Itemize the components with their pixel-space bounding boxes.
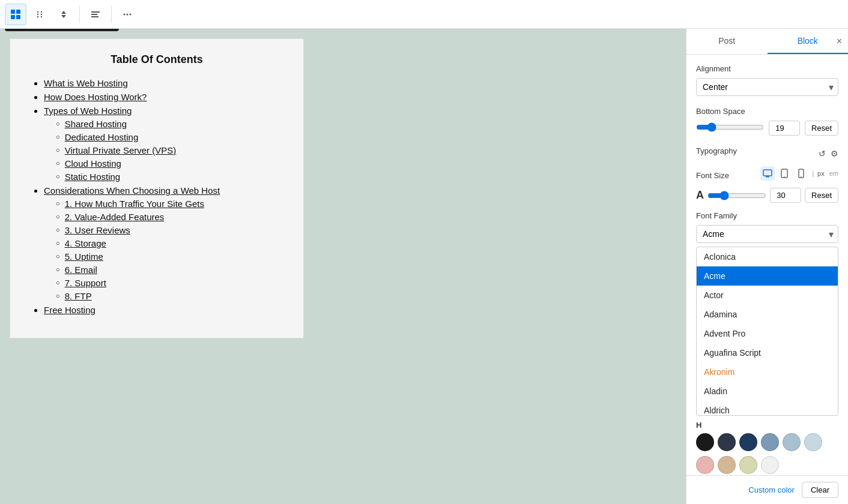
font-size-a-icon: A: [696, 189, 704, 202]
svg-rect-1: [16, 10, 20, 14]
toc-link-support[interactable]: 7. Support: [65, 278, 106, 288]
font-family-select[interactable]: Acme: [696, 225, 838, 243]
toc-link-free-hosting[interactable]: Free Hosting: [44, 305, 95, 315]
sidebar-panel: Post Block × Alignment Left Center Right…: [686, 29, 848, 504]
toc-link-cloud-hosting[interactable]: Cloud Hosting: [65, 158, 121, 169]
list-item: Static Hosting: [56, 172, 284, 182]
list-item: 7. Support: [56, 278, 284, 288]
font-list-item-acme[interactable]: Acme: [697, 266, 838, 286]
block-icon-button[interactable]: [5, 4, 26, 25]
px-unit[interactable]: px: [817, 170, 825, 177]
more-options-button[interactable]: [117, 4, 138, 25]
panel-body: Alignment Left Center Right Bottom Space: [686, 55, 848, 475]
drag-icon: [35, 10, 44, 19]
move-up-down-button[interactable]: [53, 4, 74, 25]
list-item: Free Hosting: [44, 305, 284, 315]
font-list-item-aldrich[interactable]: Aldrich: [697, 401, 838, 415]
font-size-devices: | px em: [760, 166, 838, 181]
font-list[interactable]: Aclonica Acme Actor Adamina Advent Pro A…: [697, 247, 838, 415]
font-family-label: Font Family: [696, 211, 838, 220]
toc-sublist-types: Shared Hosting Dedicated Hosting Virtual…: [44, 119, 284, 182]
toolbar-divider-2: [111, 6, 112, 23]
clear-button[interactable]: Clear: [802, 482, 838, 498]
swatch-pale-yellow[interactable]: [739, 456, 757, 474]
swatch-black[interactable]: [696, 433, 714, 451]
toc-link-features[interactable]: 2. Value-Added Features: [65, 212, 165, 222]
font-list-item-akronim[interactable]: Akronim: [697, 362, 838, 382]
font-list-item-adamina[interactable]: Adamina: [697, 305, 838, 324]
custom-color-link[interactable]: Custom color: [748, 485, 795, 494]
toc-link-dedicated-hosting[interactable]: Dedicated Hosting: [65, 132, 139, 142]
swatch-medium-blue[interactable]: [761, 433, 779, 451]
svg-point-7: [41, 11, 42, 12]
tab-post[interactable]: Post: [686, 29, 768, 54]
panel-close-button[interactable]: ×: [837, 36, 842, 47]
font-list-item-aclonica[interactable]: Aclonica: [697, 247, 838, 266]
svg-rect-3: [16, 15, 20, 19]
list-item: Considerations When Choosing a Web Host …: [44, 185, 284, 301]
toc-link-ftp[interactable]: 8. FTP: [65, 291, 92, 301]
toc-link-reviews[interactable]: 3. User Reviews: [65, 225, 130, 235]
font-size-input[interactable]: [770, 188, 801, 203]
toc-link-storage[interactable]: 4. Storage: [65, 238, 106, 248]
alignment-select-wrap: Left Center Right: [696, 78, 838, 96]
list-item: 6. Email: [56, 265, 284, 275]
align-button[interactable]: [85, 4, 106, 25]
toc-link-static-hosting[interactable]: Static Hosting: [65, 172, 121, 182]
typography-section: Typography ↺ ⚙ Font Size: [696, 146, 838, 474]
toc-link-how-does-hosting-work[interactable]: How Does Hosting Work?: [44, 92, 147, 102]
top-toolbar: [0, 0, 848, 29]
svg-rect-10: [91, 11, 100, 13]
alignment-label: Alignment: [696, 64, 838, 73]
font-list-item-aguafina[interactable]: Aguafina Script: [697, 343, 838, 362]
list-item: Cloud Hosting: [56, 158, 284, 169]
toc-link-email[interactable]: 6. Email: [65, 265, 97, 275]
typography-label: Typography: [696, 146, 737, 155]
drag-handle-button[interactable]: [29, 4, 50, 25]
toc-link-vps[interactable]: Virtual Private Server (VPS): [65, 145, 177, 155]
main-area: Table Of Contents What is Web Hosting Ho…: [0, 29, 848, 504]
swatch-light-blue[interactable]: [783, 433, 801, 451]
font-size-label: Font Size: [696, 171, 729, 180]
em-unit[interactable]: em: [829, 170, 838, 177]
typography-settings-icon[interactable]: ⚙: [831, 149, 838, 158]
alignment-section: Alignment Left Center Right: [696, 64, 838, 96]
font-list-item-actor[interactable]: Actor: [697, 286, 838, 305]
swatch-tan[interactable]: [718, 456, 736, 474]
move-vertical-icon: [59, 10, 68, 19]
font-list-item-advent-pro[interactable]: Advent Pro: [697, 324, 838, 343]
toc-title: Table Of Contents: [29, 53, 284, 66]
toc-link-types-of-web-hosting[interactable]: Types of Web Hosting: [44, 106, 132, 116]
toc-block: Table Of Contents What is Web Hosting Ho…: [10, 38, 304, 338]
svg-point-4: [37, 11, 38, 12]
bottom-space-slider[interactable]: [696, 122, 764, 132]
color-swatches-row1: [696, 433, 838, 451]
swatch-dark-blue[interactable]: [739, 433, 757, 451]
swatch-light-pink[interactable]: [696, 456, 714, 474]
font-family-section: Font Family Acme Aclonica Acme Actor Ada…: [696, 211, 838, 416]
svg-rect-32: [763, 170, 772, 176]
font-size-reset-button[interactable]: Reset: [805, 188, 838, 203]
toc-link-uptime[interactable]: 5. Uptime: [65, 251, 103, 262]
font-list-item-aladin[interactable]: Aladin: [697, 382, 838, 401]
toc-link-shared-hosting[interactable]: Shared Hosting: [65, 119, 127, 129]
font-family-select-wrap: Acme: [696, 225, 838, 243]
alignment-select[interactable]: Left Center Right: [696, 78, 838, 96]
toc-link-traffic[interactable]: 1. How Much Traffic Your Site Gets: [65, 199, 204, 209]
bottom-space-reset-button[interactable]: Reset: [805, 121, 838, 136]
list-item: Virtual Private Server (VPS): [56, 145, 284, 155]
bottom-space-input[interactable]: [769, 121, 800, 136]
toc-link-what-is-web-hosting[interactable]: What is Web Hosting: [44, 78, 128, 88]
mobile-device-icon[interactable]: [794, 166, 808, 181]
toc-link-considerations[interactable]: Considerations When Choosing a Web Host: [44, 185, 220, 196]
swatch-pale-blue[interactable]: [804, 433, 822, 451]
font-size-slider[interactable]: [707, 191, 766, 200]
svg-point-35: [784, 176, 786, 178]
toc-list: What is Web Hosting How Does Hosting Wor…: [29, 78, 284, 315]
svg-point-37: [801, 176, 802, 177]
swatch-dark-navy[interactable]: [718, 433, 736, 451]
tablet-device-icon[interactable]: [777, 166, 792, 181]
typography-refresh-icon[interactable]: ↺: [819, 149, 826, 158]
desktop-device-icon[interactable]: [760, 166, 775, 181]
swatch-near-white[interactable]: [761, 456, 779, 474]
